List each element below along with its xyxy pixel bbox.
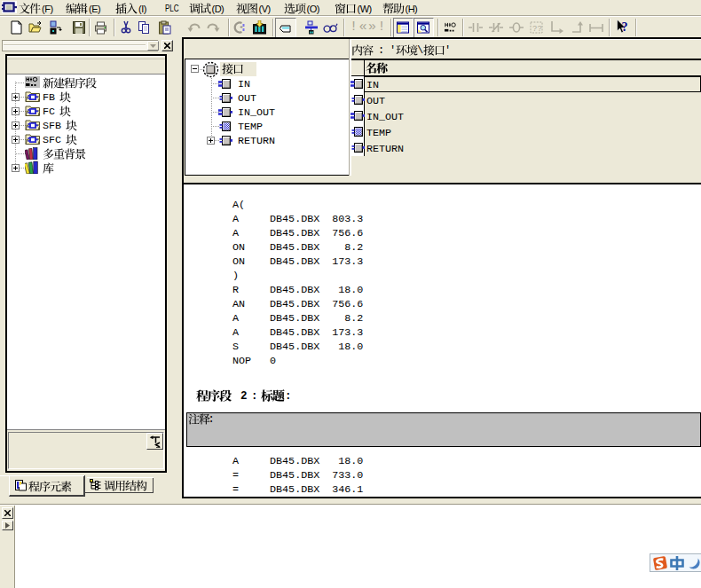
svg-text:?: ? xyxy=(622,20,628,34)
svg-text:??: ?? xyxy=(532,25,542,34)
